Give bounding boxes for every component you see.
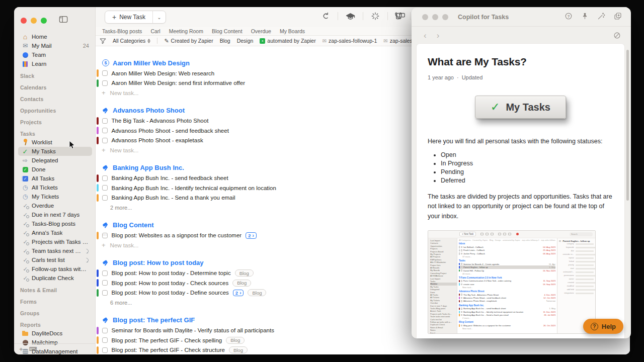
close-button[interactable] xyxy=(21,18,27,24)
pin-icon[interactable] xyxy=(581,12,589,22)
sidebar-item[interactable]: Due in next 7 days xyxy=(18,210,92,219)
board-tab[interactable]: Overdue xyxy=(251,28,271,34)
help-circle-icon[interactable]: ? xyxy=(565,12,573,22)
board-tab[interactable]: Blog Content xyxy=(212,28,243,34)
sidebar-item[interactable]: Groups xyxy=(18,309,92,317)
task-checkbox[interactable] xyxy=(102,328,108,333)
subtask-count-badge[interactable]: 2 xyxy=(246,232,257,239)
close-button[interactable] xyxy=(422,14,428,20)
sidebar-item[interactable]: My Mail 24 xyxy=(18,41,92,50)
category-filter-dropdown[interactable]: All Categories xyxy=(113,38,150,44)
sidebar-item[interactable]: DayliteDocs xyxy=(18,329,92,338)
mini-field-row: category xyxy=(559,242,594,246)
minimize-button[interactable] xyxy=(432,14,438,20)
task-checkbox[interactable] xyxy=(102,175,108,181)
sidebar-item[interactable]: Follow-up tasks with o... xyxy=(18,264,92,274)
filter-pill[interactable]: automated by Zapier xyxy=(260,38,315,44)
task-checkbox[interactable] xyxy=(102,270,108,276)
add-list-button[interactable]: + xyxy=(19,345,23,353)
board-tab[interactable]: Meeting Room xyxy=(169,28,203,34)
minimize-button[interactable] xyxy=(31,18,37,24)
sidebar-item[interactable]: Slack xyxy=(18,71,92,80)
back-chevron-icon[interactable]: ‹ xyxy=(424,31,427,40)
keyboard-icon[interactable]: ⌨ xyxy=(29,346,37,352)
sidebar-item[interactable]: Team xyxy=(18,50,92,59)
task-checkbox[interactable] xyxy=(102,118,108,124)
sidebar-item[interactable]: Forms xyxy=(18,297,92,306)
sidebar-item[interactable]: Opportunities xyxy=(18,106,92,115)
sidebar-item[interactable]: My Tasks xyxy=(18,147,92,156)
help-button[interactable]: ? Help xyxy=(583,319,623,334)
sidebar-item[interactable]: Team tasks next week xyxy=(18,246,92,255)
forward-chevron-icon[interactable]: › xyxy=(437,31,440,40)
sidebar-item[interactable]: Reports xyxy=(18,320,92,329)
task-checkbox[interactable] xyxy=(102,185,108,191)
task-checkbox[interactable] xyxy=(102,290,108,296)
new-task-dropdown[interactable]: ⌄ xyxy=(152,11,166,23)
task-title: Blog post: How to post today - Determine… xyxy=(112,270,231,276)
sidebar-item[interactable]: All Tasks xyxy=(18,174,92,183)
mini-task-row: Blog post: Websites as a signpost for th… xyxy=(459,324,555,327)
filter-pill[interactable]: Created by Zapier xyxy=(164,38,213,44)
mini-section: Blog Content Blog post: Websites as a si… xyxy=(459,321,555,330)
graduation-cap-icon[interactable] xyxy=(346,12,355,21)
undo-icon[interactable] xyxy=(321,12,330,21)
task-checkbox[interactable] xyxy=(102,280,108,286)
task-title: Blog post: The perfect GIF - Check spell… xyxy=(112,337,222,343)
sidebar-item[interactable]: Tasks xyxy=(18,129,92,138)
filter-pill[interactable]: Blog xyxy=(220,38,230,44)
sidebar-item[interactable]: Overdue xyxy=(18,201,92,210)
smart-list-icon xyxy=(21,229,29,236)
sidebar-item[interactable]: Learn xyxy=(18,59,92,68)
new-task-button[interactable]: + New Task ⌄ xyxy=(105,11,166,24)
task-checkbox[interactable] xyxy=(102,128,108,133)
mini-task-row: Patrick Hughes - follow up 1. May xyxy=(459,265,555,268)
sidebar-item[interactable]: All Tickets xyxy=(18,183,92,192)
zoom-button[interactable] xyxy=(41,18,47,24)
sidebar-item[interactable]: Worklist xyxy=(18,138,92,147)
sidebar-item[interactable]: My Tickets xyxy=(18,192,92,201)
subtask-count-badge[interactable]: 2 xyxy=(233,290,244,296)
sidebar-item[interactable]: Duplicate Check xyxy=(18,274,92,283)
sidebar-item[interactable]: Anna's Task xyxy=(18,228,92,237)
task-checkbox[interactable] xyxy=(102,233,108,238)
sidebar-item[interactable]: Carls test list xyxy=(18,255,92,264)
clock-icon xyxy=(21,184,29,191)
task-checkbox[interactable] xyxy=(102,138,108,143)
category-color-bar xyxy=(97,269,99,277)
sidebar-item[interactable]: Tasks-Blog posts xyxy=(18,219,92,228)
task-checkbox[interactable] xyxy=(102,195,108,201)
sidebar-item[interactable]: Delegated xyxy=(18,156,92,165)
sidebar-item[interactable]: Calendars xyxy=(18,83,92,92)
sidebar-item[interactable]: Notes & Email xyxy=(18,286,92,294)
scrollbar[interactable] xyxy=(626,50,629,201)
copy-plus-icon[interactable] xyxy=(614,12,622,22)
task-row[interactable]: Blog post: The perfect GIF - Check struc… xyxy=(97,345,630,355)
mini-section: Inbox Ian Ballard - Callback 04. Aug xyxy=(459,242,555,258)
sidebar-item[interactable]: Home xyxy=(18,32,92,41)
sidebar-item[interactable]: Done xyxy=(18,165,92,174)
compass-icon[interactable] xyxy=(613,32,621,39)
task-checkbox[interactable] xyxy=(102,80,108,86)
filter-pill[interactable]: Design xyxy=(237,38,254,44)
board-tab[interactable]: Tasks-Blog posts xyxy=(102,28,142,34)
category-color-bar xyxy=(97,184,99,192)
wand-icon[interactable] xyxy=(597,12,605,22)
call-icon[interactable] xyxy=(393,12,403,21)
zoom-button[interactable] xyxy=(442,14,448,20)
task-checkbox[interactable] xyxy=(102,337,108,343)
sidebar-item[interactable]: Contacts xyxy=(18,95,92,103)
sidebar-item-label: Carls test list xyxy=(32,257,65,263)
sidebar-item[interactable]: Projects xyxy=(18,118,92,126)
category-color-bar xyxy=(97,232,99,239)
sidebar-item-label: Tasks-Blog posts xyxy=(32,221,75,227)
sidebar-item[interactable]: Projects with Tasks thi... xyxy=(18,237,92,246)
assist-sparkle-icon[interactable] xyxy=(371,12,380,21)
task-checkbox[interactable] xyxy=(102,347,108,353)
filter-funnel-icon[interactable] xyxy=(100,38,106,44)
board-tab[interactable]: My Boards xyxy=(280,28,305,34)
filter-pill[interactable]: zap-sales-followup-1 xyxy=(323,38,377,44)
sidebar-toggle-icon[interactable] xyxy=(59,16,68,25)
task-checkbox[interactable] xyxy=(102,70,108,76)
board-tab[interactable]: Carl xyxy=(150,28,160,34)
